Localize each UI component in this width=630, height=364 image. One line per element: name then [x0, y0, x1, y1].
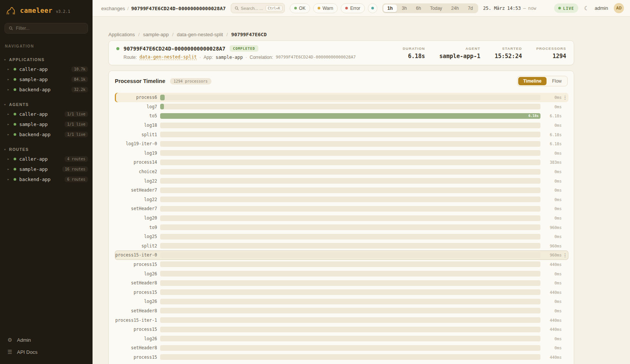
sidebar-section-title: APPLICATIONS — [9, 57, 45, 62]
stat-processors: PROCESSORS 1294 — [536, 46, 566, 60]
breadcrumb-applications[interactable]: Applications — [108, 32, 135, 37]
timeline-row-choice2[interactable]: choice2 0ms ⋮ — [115, 167, 568, 177]
sidebar-item-agents-caller-app[interactable]: ▸ caller-app 1/1 live — [0, 109, 93, 119]
status-filter-extra[interactable] — [368, 3, 377, 13]
status-dot — [294, 7, 297, 9]
timeline-row-setheader8[interactable]: setHeader8 0ms ⋮ — [115, 278, 568, 288]
timeline-rail — [160, 95, 540, 100]
timeline-row-setheader7[interactable]: setHeader7 0ms ⋮ — [115, 186, 568, 195]
status-filter-error[interactable]: Error — [341, 3, 365, 13]
duration-label: 6.18s — [543, 141, 562, 146]
chip-label: Warn — [323, 6, 333, 11]
sidebar-item-api-docs[interactable]: ☰ API Docs — [0, 346, 93, 358]
sidebar-item-routes-sample-app[interactable]: ▸ sample-app 16 routes — [0, 164, 93, 174]
duration-label: 0ms — [543, 188, 562, 192]
sidebar-item-agents-backend-app[interactable]: ▸ backend-app 1/1 live — [0, 129, 93, 140]
view-toggle-timeline[interactable]: Timeline — [518, 77, 546, 85]
processor-name: log25 — [115, 234, 157, 239]
main-content: Applications / sample-app / data-gen-nes… — [93, 17, 630, 364]
timeline-row-log22[interactable]: log22 0ms ⋮ — [115, 176, 568, 186]
search-icon — [235, 6, 239, 11]
dark-mode-toggle-icon[interactable]: ☾ — [584, 5, 589, 12]
correlation-label: Correlation: — [250, 55, 273, 60]
timeline-row-log26[interactable]: log26 0ms ⋮ — [115, 334, 568, 343]
search-box[interactable]: Ctrl+K — [231, 3, 285, 13]
sidebar-item-agents-sample-app[interactable]: ▸ sample-app 1/1 live — [0, 119, 93, 129]
time-range-24h[interactable]: 24h — [447, 5, 463, 12]
sidebar-filter-input[interactable] — [16, 26, 84, 31]
timeline-row-setheader8[interactable]: setHeader8 0ms ⋮ — [115, 306, 568, 316]
timeline-row-log20[interactable]: log20 0ms ⋮ — [115, 213, 568, 223]
search-input[interactable] — [241, 6, 264, 11]
timeline-rail — [160, 280, 540, 286]
live-badge[interactable]: LIVE — [554, 3, 578, 13]
processor-name: log7 — [115, 104, 157, 109]
time-range-group: 1h3h6hToday24h7d — [382, 3, 478, 13]
datetime-range[interactable]: 25. März 14:53 — now — [483, 6, 536, 11]
exchange-meta: Route: data-gen-nested-split · App: samp… — [124, 54, 356, 60]
sidebar-section-agents[interactable]: ▾ AGENTS — [0, 100, 93, 109]
timeline-row-log18[interactable]: log18 0ms ⋮ — [115, 121, 568, 130]
timeline-row-log26[interactable]: log26 0ms ⋮ — [115, 297, 568, 306]
app-value: sample-app — [216, 55, 243, 60]
timeline-row-setheader7[interactable]: setHeader7 0ms ⋮ — [115, 204, 568, 213]
timeline-row-split1[interactable]: split1 6.18s ⋮ — [115, 130, 568, 139]
sidebar-section-applications[interactable]: ▾ APPLICATIONS — [0, 55, 93, 64]
timeline-row-setheader8[interactable]: setHeader8 0ms ⋮ — [115, 343, 568, 353]
processor-name: log20 — [115, 215, 157, 221]
avatar[interactable]: AD — [614, 3, 624, 13]
app-name: cameleer — [20, 7, 52, 14]
timeline-row-split2[interactable]: split2 960ms ⋮ — [115, 241, 568, 251]
chevron-right-icon: ▸ — [8, 88, 11, 91]
timeline-rail — [160, 206, 540, 212]
sidebar-filter[interactable] — [5, 23, 88, 34]
timeline-row-log22[interactable]: log22 0ms ⋮ — [115, 195, 568, 204]
status-filter-ok[interactable]: OK — [290, 3, 310, 13]
sidebar-item-routes-caller-app[interactable]: ▸ caller-app 4 routes — [0, 154, 93, 164]
timeline-row-log19[interactable]: log19 0ms ⋮ — [115, 149, 568, 158]
sidebar-section-routes[interactable]: ▾ ROUTES — [0, 145, 93, 154]
sidebar-item-admin[interactable]: ⚙ Admin — [0, 334, 93, 346]
timeline-row-to9[interactable]: to9 960ms ⋮ — [115, 223, 568, 232]
view-toggle-flow[interactable]: Flow — [547, 77, 567, 85]
processor-name: log22 — [115, 197, 157, 202]
time-range-today[interactable]: Today — [426, 5, 446, 12]
timeline-row-process15[interactable]: process15 440ms ⋮ — [115, 287, 568, 297]
timeline-row-process15-iter-1[interactable]: process15-iter-1 440ms ⋮ — [115, 315, 568, 325]
timeline-rail — [160, 132, 540, 137]
time-range-6h[interactable]: 6h — [412, 5, 425, 12]
timeline-bar — [160, 104, 164, 109]
status-filter-warn[interactable]: Warn — [313, 3, 338, 13]
breadcrumb-exchanges[interactable]: exchanges — [101, 6, 125, 11]
timeline-row-process15[interactable]: process15 440ms ⋮ — [115, 325, 568, 334]
timeline-title: Processor Timeline — [115, 78, 165, 84]
kebab-menu-icon[interactable]: ⋮ — [562, 95, 568, 100]
timeline-row-process6[interactable]: process6 0ms ⋮ — [115, 93, 568, 102]
timeline-row-log7[interactable]: log7 0ms ⋮ — [115, 102, 568, 112]
sidebar-item-applications-sample-app[interactable]: ▸ sample-app 84.1k — [0, 74, 93, 84]
processor-name: process6 — [115, 95, 157, 100]
kebab-menu-icon[interactable]: ⋮ — [562, 252, 568, 258]
timeline-row-log19-iter-0[interactable]: log19-iter-0 6.18s ⋮ — [115, 139, 568, 149]
processor-name: setHeader7 — [115, 187, 157, 193]
breadcrumb-route[interactable]: data-gen-nested-split — [177, 32, 223, 37]
timeline-row-log25[interactable]: log25 0ms ⋮ — [115, 232, 568, 241]
timeline-row-log26[interactable]: log26 0ms ⋮ — [115, 269, 568, 278]
exchange-status-dot — [116, 47, 119, 50]
timeline-row-process14[interactable]: process14 383ms ⋮ — [115, 158, 568, 167]
breadcrumb-sample-app[interactable]: sample-app — [143, 32, 169, 37]
time-range-1h[interactable]: 1h — [383, 5, 397, 12]
sidebar-item-routes-backend-app[interactable]: ▸ backend-app 6 routes — [0, 174, 93, 184]
sidebar-item-applications-caller-app[interactable]: ▸ caller-app 10.7k — [0, 64, 93, 74]
time-label: 14:53 — [507, 6, 521, 11]
sidebar-item-applications-backend-app[interactable]: ▸ backend-app 32.2k — [0, 84, 93, 95]
datetime-separator: — — [523, 6, 526, 11]
timeline-row-process15[interactable]: process15 440ms ⋮ — [115, 353, 568, 362]
timeline-row-process15-iter-0[interactable]: process15-iter-0 960ms ⋮ — [115, 250, 568, 260]
time-range-3h[interactable]: 3h — [398, 5, 411, 12]
time-range-7d[interactable]: 7d — [464, 5, 477, 12]
route-link[interactable]: data-gen-nested-split — [139, 54, 197, 60]
timeline-row-to5[interactable]: to5 6.18s 6.18s ⋮ — [115, 111, 568, 121]
timeline-row-process15[interactable]: process15 440ms ⋮ — [115, 260, 568, 269]
duration-label: 0ms — [543, 309, 562, 313]
